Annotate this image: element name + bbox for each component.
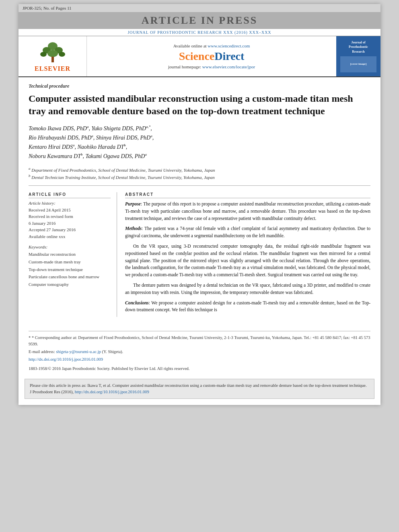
abstract-methods-2: On the VR space, using 3-D reconstructed… bbox=[125, 243, 370, 279]
sciencedirect-url[interactable]: www.sciencedirect.com bbox=[208, 43, 250, 48]
doi-line: http://dx.doi.org/10.1016/j.jpor.2016.01… bbox=[29, 356, 370, 363]
methods-title: Methods bbox=[125, 226, 142, 231]
abstract-text: Purpose: The purpose of this report is t… bbox=[125, 201, 370, 314]
two-column-section: ARTICLE INFO Article history: Received 2… bbox=[29, 192, 370, 317]
elsevier-tree-icon bbox=[37, 40, 69, 64]
cover-thumbnail: [cover image] bbox=[340, 56, 376, 72]
abstract-methods: Methods: The patient was a 74-year old f… bbox=[125, 225, 370, 240]
corresponding-author-note: * * Corresponding author at: Department … bbox=[29, 335, 370, 347]
cover-line3: Research bbox=[340, 49, 376, 54]
history-item-4: Accepted 27 January 2016 bbox=[29, 226, 111, 233]
history-item-2: Received in revised form bbox=[29, 213, 111, 220]
journal-id: JPOR-325; No. of Pages 11 bbox=[23, 6, 72, 10]
keyword-4: Particulate cancellous bone and marrow bbox=[29, 273, 111, 281]
article-in-press-label: ARTICLE IN PRESS bbox=[142, 14, 257, 26]
direct-text: Direct bbox=[214, 50, 244, 62]
cover-line2: Prosthodontic bbox=[340, 45, 376, 49]
history-item-3: 6 January 2016 bbox=[29, 220, 111, 227]
author-2: Rio Hirabayashi DDS, PhDa, Shinya Hirai … bbox=[29, 135, 154, 141]
article-in-press-banner: ARTICLE IN PRESS bbox=[19, 12, 380, 29]
abstract-header: ABSTRACT bbox=[125, 192, 370, 198]
history-title: Article history: bbox=[29, 201, 111, 205]
top-bar: JPOR-325; No. of Pages 11 bbox=[19, 4, 380, 12]
svg-point-4 bbox=[47, 50, 58, 57]
abstract-purpose: Purpose: The purpose of this report is t… bbox=[125, 201, 370, 222]
email-link[interactable]: shigeta-y@tsurumi-u.ac.jp bbox=[56, 349, 101, 354]
journal-homepage: journal homepage: www.elsevier.com/locat… bbox=[168, 64, 255, 69]
copyright-line: 1883-1958/© 2016 Japan Prosthodontic Soc… bbox=[19, 366, 380, 375]
journal-subtitle-text: JOURNAL OF PROSTHODONTIC RESEARCH XXX (2… bbox=[128, 30, 271, 35]
abstract-methods-3: The denture pattern was designed by a de… bbox=[125, 282, 370, 296]
affiliation-b: b Dental Technician Training Institute, … bbox=[29, 173, 370, 181]
header-logos: ELSEVIER Available online at www.science… bbox=[19, 36, 380, 77]
sciencedirect-brand: ScienceDirect bbox=[179, 50, 245, 63]
page: JPOR-325; No. of Pages 11 ARTICLE IN PRE… bbox=[19, 4, 380, 405]
journal-homepage-url[interactable]: www.elsevier.com/locate/jpor bbox=[202, 64, 255, 69]
article-title: Computer assisted mandibular reconstruct… bbox=[29, 92, 370, 117]
author-4: Noboru Kawamura DTb, Takumi Ogawa DDS, P… bbox=[29, 153, 147, 159]
article-info-header: ARTICLE INFO bbox=[29, 192, 111, 198]
author-1: Tomoko Ikawa DDS, PhDa, Yuko Shigeta DDS… bbox=[29, 125, 152, 131]
footnotes: * * Corresponding author at: Department … bbox=[19, 331, 380, 366]
keyword-5: Computer tomography bbox=[29, 281, 111, 288]
svg-point-5 bbox=[59, 52, 65, 57]
history-item-5: Available online xxx bbox=[29, 233, 111, 240]
elsevier-brand-text: ELSEVIER bbox=[35, 65, 70, 72]
svg-rect-6 bbox=[51, 57, 54, 62]
conclusions-title: Conclusions bbox=[125, 300, 149, 305]
svg-point-3 bbox=[40, 52, 47, 57]
main-content: Technical procedure Computer assisted ma… bbox=[19, 77, 380, 323]
keyword-3: Top-down treatment technique bbox=[29, 266, 111, 273]
header-center: Available online at www.sciencedirect.co… bbox=[87, 36, 336, 76]
keyword-1: Mandibular reconstruction bbox=[29, 251, 111, 258]
author-3: Kentaro Hirai DDSa, Naohiko Harada DTb, bbox=[29, 144, 127, 150]
citation-bar: Please cite this article in press as: Ik… bbox=[25, 379, 374, 399]
keyword-2: Custom-made titan mesh tray bbox=[29, 258, 111, 266]
doi-link[interactable]: http://dx.doi.org/10.1016/j.jpor.2016.01… bbox=[29, 357, 103, 362]
email-line: E-mail address: shigeta-y@tsurumi-u.ac.j… bbox=[29, 349, 370, 355]
keywords-title: Keywords: bbox=[29, 244, 111, 249]
section-type-label: Technical procedure bbox=[29, 83, 370, 89]
journal-subtitle: JOURNAL OF PROSTHODONTIC RESEARCH XXX (2… bbox=[19, 29, 380, 36]
abstract-conclusions: Conclusions: We propose a computer assis… bbox=[125, 300, 370, 314]
science-text: Science bbox=[179, 50, 215, 62]
history-item-1: Received 24 April 2015 bbox=[29, 207, 111, 214]
cover-line1: Journal of bbox=[340, 40, 376, 45]
citation-doi-link[interactable]: http://dx.doi.org/10.1016/j.jpor.2016.01… bbox=[75, 390, 149, 394]
purpose-title: Purpose bbox=[125, 201, 141, 206]
affiliations: a Department of Fixed Prosthodontics, Sc… bbox=[29, 166, 370, 186]
journal-cover-image: Journal of Prosthodontic Research [cover… bbox=[336, 36, 380, 76]
right-column: ABSTRACT Purpose: The purpose of this re… bbox=[125, 192, 370, 317]
left-column: ARTICLE INFO Article history: Received 2… bbox=[29, 192, 117, 317]
authors-list: Tomoko Ikawa DDS, PhDa, Yuko Shigeta DDS… bbox=[29, 124, 370, 161]
affiliation-a: a Department of Fixed Prosthodontics, Sc… bbox=[29, 166, 370, 173]
elsevier-logo: ELSEVIER bbox=[19, 36, 87, 76]
available-online-text: Available online at www.sciencedirect.co… bbox=[173, 43, 250, 48]
corresponding-star: * bbox=[29, 335, 32, 340]
